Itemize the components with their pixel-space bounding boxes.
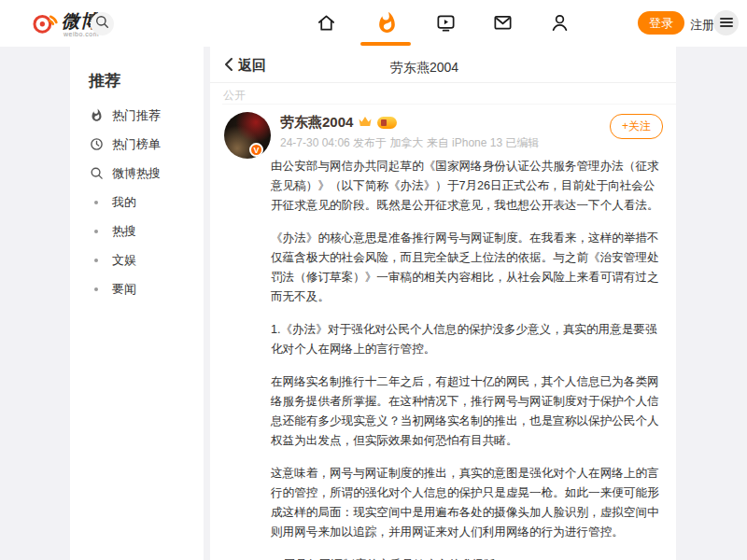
login-button[interactable]: 登录: [638, 11, 684, 35]
sidebar: 推荐 热门推荐 热门榜单 微博热搜 我的: [70, 47, 204, 560]
post-paragraph: 2. 网号与网证制度的实质是健康宝的升级版。: [271, 555, 666, 560]
sidebar-item-entertainment[interactable]: 文娱: [70, 245, 204, 274]
hamburger-icon: [720, 15, 733, 32]
verified-v-badge: V: [249, 143, 263, 157]
visibility-label: 公开: [223, 88, 246, 104]
weibo-eye-icon: [31, 8, 59, 40]
page-title: 劳东燕2004: [210, 60, 639, 77]
sidebar-item-hot-search[interactable]: 热搜: [70, 217, 204, 245]
flame-icon: [375, 11, 399, 38]
bullet-dot-icon: [94, 287, 98, 291]
author-avatar[interactable]: [224, 112, 271, 159]
post-meta: 24-7-30 04:06 发布于 加拿大 来自 iPhone 13 已编辑: [280, 135, 539, 151]
nav-home-tab[interactable]: [314, 12, 338, 36]
nav-hot-tab-active[interactable]: [374, 12, 399, 36]
top-navbar: 微博 weibo.com: [0, 0, 747, 47]
sidebar-item-label: 热门推荐: [112, 107, 161, 124]
person-icon: [549, 12, 571, 37]
search-icon: [89, 166, 104, 181]
sidebar-item-label: 热门榜单: [112, 136, 161, 153]
main-panel: 返回 劳东燕2004 公开 V 劳东燕2004 24-7-30 04:06 发布…: [210, 47, 676, 560]
crown-icon: [358, 115, 373, 132]
flame-outline-icon: [89, 108, 104, 123]
menu-button[interactable]: [713, 10, 739, 35]
post-paragraph: 1.《办法》对于强化对公民个人信息的保护没多少意义，真实的用意是要强化对个人在网…: [271, 320, 666, 359]
sidebar-item-hot-recommend[interactable]: 热门推荐: [70, 101, 204, 130]
nav-profile-tab[interactable]: [547, 12, 571, 36]
sidebar-item-label: 热搜: [112, 223, 136, 240]
sidebar-item-weibo-hot-search[interactable]: 微博热搜: [70, 159, 204, 188]
sidebar-item-hot-ranking[interactable]: 热门榜单: [70, 130, 204, 159]
home-icon: [316, 12, 337, 37]
sidebar-item-mine[interactable]: 我的: [70, 188, 204, 217]
mail-icon: [492, 12, 514, 37]
divider: [210, 82, 676, 83]
search-icon: [94, 14, 110, 34]
video-icon: [435, 12, 457, 37]
post-paragraph: 这意味着，网号与网证制度的推出，真实的意图是强化对个人在网络上的言行的管控，所谓…: [271, 464, 666, 542]
register-link[interactable]: 注册: [690, 17, 714, 34]
vip-level-badge-icon: [377, 117, 397, 129]
post-paragraph: 在网络实名制推行十二年之后，有超过十亿的网民，其个人信息已为各类网络服务提供者所…: [271, 372, 666, 451]
active-tab-underline: [360, 42, 411, 46]
bullet-dot-icon: [94, 259, 98, 262]
post-paragraph: 《办法》的核心意思是准备推行网号与网证制度。在我看来，这样的举措不仅蕴含极大的社…: [271, 229, 666, 307]
bullet-dot-icon: [94, 230, 98, 233]
weibo-logo[interactable]: 微博 weibo.com: [31, 8, 99, 40]
sidebar-item-label: 文娱: [112, 252, 136, 269]
search-button[interactable]: [91, 12, 114, 35]
nav-messages-tab[interactable]: [490, 12, 514, 36]
post-body: 由公安部与网信办共同起草的《国家网络身份认证公共服务管理办法（征求意见稿）》（以…: [271, 157, 666, 560]
sidebar-item-news[interactable]: 要闻: [70, 274, 204, 303]
author-name[interactable]: 劳东燕2004: [280, 114, 353, 132]
nav-video-tab[interactable]: [433, 12, 458, 36]
sidebar-title: 推荐: [89, 70, 204, 91]
sidebar-item-label: 要闻: [112, 281, 136, 298]
clock-icon: [89, 137, 104, 152]
divider: [222, 104, 676, 105]
bullet-dot-icon: [94, 201, 98, 204]
sidebar-item-label: 微博热搜: [112, 165, 161, 182]
author-row: 劳东燕2004: [280, 114, 397, 132]
post-paragraph: 由公安部与网信办共同起草的《国家网络身份认证公共服务管理办法（征求意见稿）》（以…: [271, 157, 666, 216]
sidebar-item-label: 我的: [112, 194, 136, 211]
follow-button[interactable]: +关注: [610, 114, 663, 139]
